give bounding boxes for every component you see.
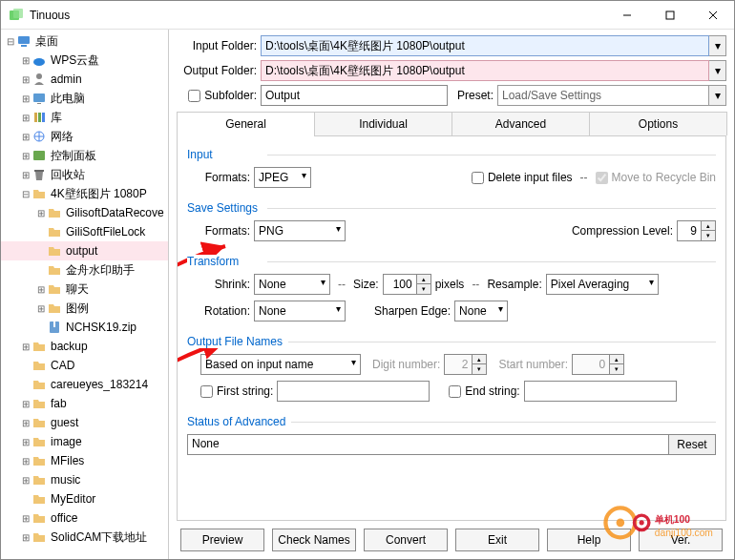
tree-item[interactable]: ⊞office xyxy=(1,508,168,528)
desktop-icon xyxy=(16,33,32,49)
size-spinner[interactable]: ▴▾ xyxy=(417,274,431,295)
size-field[interactable] xyxy=(383,274,417,295)
save-formats-select[interactable]: PNG xyxy=(254,220,346,241)
tree-item-label: 网络 xyxy=(51,129,74,145)
tree-toggle-icon[interactable]: ⊞ xyxy=(20,132,32,142)
preview-button[interactable]: Preview xyxy=(180,529,264,551)
tab-individual[interactable]: Individual xyxy=(314,112,452,135)
tree-item[interactable]: ⊞回收站 xyxy=(1,165,168,184)
tree-item[interactable]: ⊞此电脑 xyxy=(1,89,168,108)
tree-toggle-icon[interactable]: ⊞ xyxy=(20,532,32,543)
tree-item[interactable]: ⊞fab xyxy=(1,394,168,413)
sharpen-select[interactable]: None xyxy=(454,301,508,321)
output-folder-label: Output Folder: xyxy=(177,64,261,77)
minimize-button[interactable] xyxy=(605,1,648,30)
tree-item[interactable]: MyEditor xyxy=(1,489,168,508)
tree-toggle-icon[interactable]: ⊞ xyxy=(20,93,32,104)
first-string-field[interactable] xyxy=(277,381,430,402)
reset-button[interactable]: Reset xyxy=(668,434,716,455)
tree-item[interactable]: ⊞MFiles xyxy=(1,451,168,470)
tree-toggle-icon[interactable]: ⊞ xyxy=(20,55,32,66)
app-icon xyxy=(9,8,24,23)
tree-toggle-icon[interactable]: ⊟ xyxy=(5,36,16,47)
rotation-select[interactable]: None xyxy=(254,301,346,321)
check-names-button[interactable]: Check Names xyxy=(272,529,356,551)
tree-item[interactable]: ⊞图例 xyxy=(1,299,168,318)
end-string-checkbox[interactable] xyxy=(449,385,461,398)
input-formats-select[interactable]: JPEG xyxy=(254,167,311,188)
maximize-button[interactable] xyxy=(648,1,691,30)
tree-item[interactable]: ⊞库 xyxy=(1,108,168,127)
tree-item[interactable]: ⊞image xyxy=(1,432,168,451)
tree-item[interactable]: ⊞WPS云盘 xyxy=(1,51,168,70)
naming-mode-select[interactable]: Based on input name xyxy=(200,354,361,375)
tree-item[interactable]: GiliSoftFileLock xyxy=(1,222,168,241)
subfolder-field[interactable] xyxy=(261,85,448,106)
tab-advanced[interactable]: Advanced xyxy=(452,112,590,135)
tree-item[interactable]: ⊞控制面板 xyxy=(1,146,168,165)
folder-icon xyxy=(47,262,62,278)
tree-item[interactable]: ⊞admin xyxy=(1,70,168,89)
input-folder-dropdown[interactable]: ▾ xyxy=(709,35,726,56)
tree-item[interactable]: ⊞聊天 xyxy=(1,280,168,299)
tree-item-label: fab xyxy=(51,397,67,410)
tree-toggle-icon[interactable]: ⊞ xyxy=(20,151,32,161)
output-folder-dropdown[interactable]: ▾ xyxy=(709,60,726,81)
end-string-field[interactable] xyxy=(524,381,677,402)
resample-select[interactable]: Pixel Averaging xyxy=(546,274,659,295)
folder-tree[interactable]: ⊟桌面⊞WPS云盘⊞admin⊞此电脑⊞库⊞网络⊞控制面板⊞回收站⊟4K壁纸图片… xyxy=(1,30,169,559)
tree-item[interactable]: ⊞网络 xyxy=(1,127,168,146)
tree-item[interactable]: output xyxy=(1,241,168,260)
tree-toggle-icon[interactable]: ⊞ xyxy=(20,170,32,180)
tree-item[interactable]: careueyes_183214 xyxy=(1,375,168,394)
tree-item[interactable]: ⊞music xyxy=(1,470,168,489)
tree-toggle-icon[interactable]: ⊞ xyxy=(20,418,32,428)
tree-toggle-icon[interactable]: ⊞ xyxy=(35,303,47,314)
folder-icon xyxy=(47,205,62,220)
convert-button[interactable]: Convert xyxy=(364,529,448,551)
tree-toggle-icon[interactable]: ⊞ xyxy=(20,74,32,85)
delete-input-checkbox[interactable] xyxy=(472,172,484,184)
tree-toggle-icon[interactable]: ⊞ xyxy=(20,475,32,486)
subfolder-checkbox[interactable] xyxy=(188,90,200,102)
tree-item[interactable]: ⊟桌面 xyxy=(1,31,168,51)
close-button[interactable] xyxy=(691,1,734,30)
first-string-checkbox[interactable] xyxy=(200,385,213,398)
tree-item[interactable]: ⊟4K壁纸图片 1080P xyxy=(1,184,168,203)
tree-toggle-icon[interactable]: ⊞ xyxy=(20,342,32,352)
compression-spinner[interactable]: ▴▾ xyxy=(702,220,716,241)
tree-item-label: image xyxy=(51,435,82,448)
tab-general[interactable]: General xyxy=(177,112,315,135)
tree-item[interactable]: ⊞guest xyxy=(1,413,168,432)
help-button[interactable]: Help xyxy=(547,529,631,551)
shrink-select[interactable]: None xyxy=(254,274,330,295)
tree-toggle-icon[interactable]: ⊞ xyxy=(20,437,32,447)
tree-toggle-icon[interactable]: ⊞ xyxy=(35,208,47,218)
recycle-label: Move to Recycle Bin xyxy=(612,171,716,184)
preset-dropdown[interactable]: ▾ xyxy=(709,85,726,106)
tree-item[interactable]: NCHSK19.zip xyxy=(1,318,168,337)
svg-rect-11 xyxy=(37,103,41,104)
tree-item[interactable]: 金舟水印助手 xyxy=(1,260,168,280)
preset-field[interactable] xyxy=(497,85,709,106)
tree-toggle-icon[interactable]: ⊞ xyxy=(20,113,32,123)
main: ⊟桌面⊞WPS云盘⊞admin⊞此电脑⊞库⊞网络⊞控制面板⊞回收站⊟4K壁纸图片… xyxy=(1,30,734,559)
input-folder-row: Input Folder: ▾ xyxy=(177,35,726,56)
digit-number-label: Digit number: xyxy=(372,358,440,371)
tree-item[interactable]: CAD xyxy=(1,356,168,375)
output-folder-field[interactable] xyxy=(261,60,709,81)
tree-toggle-icon[interactable]: ⊞ xyxy=(35,284,47,295)
tree-item[interactable]: ⊞SolidCAM下载地址 xyxy=(1,528,168,547)
tree-toggle-icon[interactable]: ⊞ xyxy=(20,513,32,524)
ver-button[interactable]: Ver. xyxy=(639,529,723,551)
tree-toggle-icon[interactable]: ⊞ xyxy=(20,399,32,409)
tree-toggle-icon[interactable]: ⊞ xyxy=(20,456,32,467)
cloud-icon xyxy=(32,52,47,68)
tree-toggle-icon[interactable]: ⊟ xyxy=(20,189,32,199)
tab-options[interactable]: Options xyxy=(589,112,727,135)
exit-button[interactable]: Exit xyxy=(455,529,539,551)
compression-field[interactable] xyxy=(677,220,702,241)
tree-item[interactable]: ⊞GilisoftDataRecove xyxy=(1,203,168,222)
tree-item[interactable]: ⊞backup xyxy=(1,337,168,356)
input-folder-field[interactable] xyxy=(261,35,709,56)
